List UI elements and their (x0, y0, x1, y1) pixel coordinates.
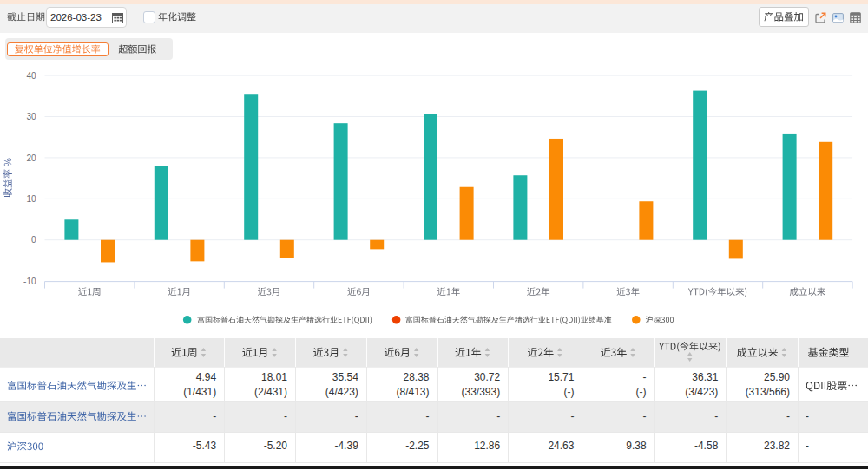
svg-text:30: 30 (26, 112, 36, 121)
svg-text:0: 0 (31, 235, 36, 245)
svg-text:20: 20 (26, 153, 36, 163)
svg-text:-10: -10 (23, 277, 36, 286)
svg-text:40: 40 (26, 71, 36, 81)
svg-text:10: 10 (26, 194, 36, 204)
